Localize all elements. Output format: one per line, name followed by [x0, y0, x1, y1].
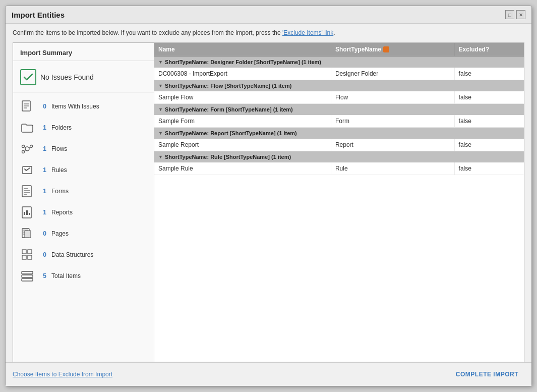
summary-item-reports: 1 Reports	[13, 202, 154, 223]
td-excluded: false	[455, 139, 524, 151]
flows-icon	[20, 142, 34, 156]
summary-label-rules: Rules	[51, 166, 67, 174]
summary-count-folders: 1	[39, 124, 46, 131]
dialog-footer: Choose Items to Exclude from Import COMP…	[6, 362, 531, 386]
col-header-name: Name	[154, 43, 331, 56]
group-arrow-1: ▼	[158, 83, 163, 88]
group-header-text-2: ShortTypeName: Form [ShortTypeName] (1 i…	[165, 106, 293, 113]
td-excluded: false	[455, 91, 524, 103]
summary-item-issues: 0 Items With Issues	[13, 96, 154, 117]
summary-count-reports: 1	[39, 209, 46, 216]
exclude-items-link-inline[interactable]: 'Exclude Items' link	[282, 29, 333, 36]
minimize-button[interactable]: □	[505, 10, 514, 19]
table-row[interactable]: Sample Rule Rule false	[154, 162, 524, 175]
no-issues-label: No Issues Found	[40, 73, 94, 81]
no-issues-icon	[20, 69, 36, 85]
table-row[interactable]: DC006308 - ImportExport Designer Folder …	[154, 68, 524, 80]
close-button[interactable]: ✕	[516, 10, 525, 19]
table-row[interactable]: Sample Report Report false	[154, 139, 524, 151]
instruction-text: Confirm the items to be imported below. …	[13, 29, 524, 37]
svg-point-4	[25, 147, 29, 151]
title-bar: Import Entities □ ✕	[6, 6, 531, 24]
dialog-body: Confirm the items to be imported below. …	[6, 24, 531, 362]
title-bar-controls: □ ✕	[505, 10, 525, 19]
svg-rect-18	[26, 210, 28, 215]
no-issues-row: No Issues Found	[13, 65, 154, 93]
summary-label-pages: Pages	[51, 230, 69, 237]
group-header-text-1: ShortTypeName: Flow [ShortTypeName] (1 i…	[165, 83, 291, 89]
table-header: Name ShortTypeName Excluded?	[154, 43, 524, 57]
td-shorttype: Form	[331, 115, 455, 127]
summary-item-data-structures: 0 Data Structures	[13, 244, 154, 265]
table-row[interactable]: Sample Form Form false	[154, 115, 524, 128]
group-header-4[interactable]: ▼ShortTypeName: Rule [ShortTypeName] (1 …	[154, 151, 524, 162]
group-arrow-4: ▼	[158, 154, 163, 159]
summary-count-forms: 1	[39, 188, 46, 195]
main-content: Import Summary No Issues Found 0 Items W…	[13, 42, 524, 362]
summary-label-flows: Flows	[51, 145, 67, 152]
left-panel: Import Summary No Issues Found 0 Items W…	[13, 43, 154, 362]
svg-line-10	[24, 150, 26, 151]
summary-label-reports: Reports	[51, 209, 73, 216]
svg-line-9	[29, 147, 30, 148]
summary-item-pages: 0 Pages	[13, 223, 154, 244]
folders-icon	[20, 121, 34, 135]
svg-rect-26	[28, 250, 32, 254]
pages-icon	[20, 227, 34, 241]
td-excluded: false	[455, 68, 524, 80]
svg-rect-11	[22, 186, 31, 197]
group-header-3[interactable]: ▼ShortTypeName: Report [ShortTypeName] (…	[154, 128, 524, 139]
summary-item-flows: 1 Flows	[13, 138, 154, 159]
td-name: Sample Flow	[154, 91, 331, 103]
svg-rect-19	[29, 213, 30, 215]
summary-label-total: Total Items	[51, 272, 81, 279]
complete-import-button[interactable]: COMPLETE IMPORT	[450, 368, 524, 381]
summary-label-forms: Forms	[51, 188, 69, 195]
instruction-text-after: .	[333, 29, 335, 36]
svg-rect-29	[22, 278, 33, 281]
td-shorttype: Report	[331, 139, 455, 151]
svg-rect-24	[25, 231, 31, 238]
reports-icon	[20, 205, 34, 219]
filter-icon[interactable]	[383, 46, 389, 52]
summary-count-total: 5	[39, 272, 46, 279]
summary-count-flows: 1	[39, 145, 46, 152]
import-entities-dialog: Import Entities □ ✕ Confirm the items to…	[5, 6, 532, 386]
svg-rect-25	[22, 250, 26, 254]
td-excluded: false	[455, 115, 524, 127]
summary-item-rules: 1 Rules	[13, 159, 154, 181]
group-arrow-2: ▼	[158, 107, 163, 112]
summary-item-folders: 1 Folders	[13, 117, 154, 138]
group-header-1[interactable]: ▼ShortTypeName: Flow [ShortTypeName] (1 …	[154, 80, 524, 91]
svg-point-6	[30, 145, 33, 147]
summary-count-issues: 0	[39, 103, 46, 110]
summary-item-total: 5 Total Items	[13, 265, 154, 287]
summary-count-data-structures: 0	[39, 251, 46, 258]
summary-item-forms: 1 Forms	[13, 181, 154, 202]
group-arrow-3: ▼	[158, 131, 163, 136]
col-header-excluded: Excluded?	[455, 43, 524, 56]
forms-icon	[20, 184, 34, 198]
td-shorttype: Designer Folder	[331, 68, 455, 80]
group-header-text-4: ShortTypeName: Rule [ShortTypeName] (1 i…	[165, 154, 291, 160]
svg-point-5	[22, 145, 25, 147]
svg-rect-31	[22, 271, 33, 274]
summary-label-data-structures: Data Structures	[51, 251, 93, 258]
td-excluded: false	[455, 162, 524, 175]
total-icon	[20, 269, 34, 283]
svg-point-7	[22, 150, 25, 153]
td-name: Sample Report	[154, 139, 331, 151]
group-arrow-0: ▼	[158, 60, 163, 65]
issues-icon	[20, 99, 34, 114]
svg-rect-27	[22, 255, 26, 259]
group-header-0[interactable]: ▼ShortTypeName: Designer Folder [ShortTy…	[154, 57, 524, 68]
right-panel: Name ShortTypeName Excluded? ▼ShortTypeN…	[154, 43, 524, 362]
td-name: Sample Form	[154, 115, 331, 127]
svg-rect-28	[28, 255, 32, 259]
summary-items-container: 0 Items With Issues 1 Folders 1 Flows 1 …	[13, 96, 154, 287]
td-shorttype: Flow	[331, 91, 455, 103]
table-row[interactable]: Sample Flow Flow false	[154, 91, 524, 104]
col-header-shorttype: ShortTypeName	[331, 43, 455, 56]
group-header-2[interactable]: ▼ShortTypeName: Form [ShortTypeName] (1 …	[154, 104, 524, 115]
exclude-link[interactable]: Choose Items to Exclude from Import	[13, 371, 112, 378]
